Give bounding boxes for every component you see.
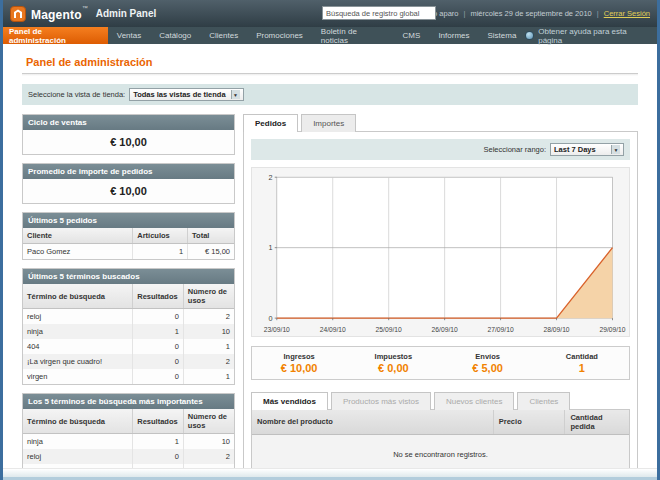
- tab-new-customers[interactable]: Nuevos clientes: [434, 392, 514, 410]
- column-header: Total: [188, 228, 234, 244]
- store-view-label: Seleccione la vista de tienda:: [28, 90, 125, 99]
- svg-text:24/09/10: 24/09/10: [320, 326, 346, 333]
- nav-item-customers[interactable]: Clientes: [200, 27, 247, 44]
- table-row[interactable]: ¡La virgen que cuadro! 0 2: [23, 354, 234, 369]
- column-header: Nombre del producto: [252, 410, 493, 435]
- separator: |: [597, 9, 599, 18]
- svg-text:1: 1: [269, 243, 273, 252]
- card-title: Ciclo de ventas: [23, 115, 234, 130]
- top-search-terms-card: Los 5 términos de búsqueda más important…: [22, 393, 235, 480]
- global-search-input[interactable]: [322, 6, 436, 20]
- products-section: Más vendidos Productos más vistos Nuevos…: [251, 392, 630, 478]
- column-header: Resultados: [133, 409, 184, 434]
- dashboard-right-column: Pedidos Importes Seleccionar rango: Last…: [243, 114, 638, 480]
- last-orders-table: Cliente Artículos Total Paco Gomez 1 € 1…: [23, 228, 234, 259]
- card-title: Últimos 5 pedidos: [23, 213, 234, 228]
- footer-strip: [0, 468, 660, 480]
- brand-name: Magento™: [31, 5, 88, 23]
- table-row[interactable]: ninja 1 10: [23, 324, 234, 339]
- tab-customers[interactable]: Clientes: [517, 392, 570, 410]
- lifetime-sales-value: € 10,00: [23, 130, 234, 154]
- column-header: Término de búsqueda: [23, 284, 133, 309]
- help-globe-icon: [525, 31, 534, 40]
- title-divider: [22, 73, 638, 76]
- nav-item-catalog[interactable]: Catálogo: [150, 27, 200, 44]
- page-content: Panel de administración Seleccione la vi…: [0, 44, 660, 480]
- totals-row: Ingresos € 10,00 Impuestos € 0,00 Envíos…: [251, 346, 630, 380]
- products-tabs: Más vendidos Productos más vistos Nuevos…: [251, 392, 630, 410]
- nav-item-cms[interactable]: CMS: [394, 27, 430, 44]
- brand-suffix: Admin Panel: [96, 8, 157, 19]
- column-header: Resultados: [133, 284, 184, 309]
- current-date: miércoles 29 de septiembre de 2010: [470, 9, 591, 18]
- table-row[interactable]: reloj 0 2: [23, 449, 234, 464]
- stat-quantity: Cantidad 1: [535, 352, 629, 374]
- chart-panel: Seleccionar rango: Last 7 Days ▼ 01223/0…: [243, 131, 638, 480]
- svg-text:23/09/10: 23/09/10: [264, 326, 290, 333]
- tab-amounts[interactable]: Importes: [301, 114, 356, 132]
- magento-logo-icon: [10, 6, 26, 22]
- range-label: Seleccionar rango:: [483, 145, 546, 154]
- svg-text:2: 2: [269, 173, 273, 182]
- chart-tabs: Pedidos Importes: [243, 114, 638, 132]
- stat-shipping: Envíos € 5,00: [441, 352, 535, 374]
- store-view-bar: Seleccione la vista de tienda: Todas las…: [22, 84, 638, 105]
- svg-text:29/09/10: 29/09/10: [599, 326, 625, 333]
- lifetime-sales-card: Ciclo de ventas € 10,00: [22, 114, 235, 155]
- table-row[interactable]: virgen 0 1: [23, 369, 234, 384]
- tab-most-viewed[interactable]: Productos más vistos: [331, 392, 431, 410]
- stat-tax: Impuestos € 0,00: [346, 352, 440, 374]
- svg-text:0: 0: [269, 314, 273, 323]
- tab-bestsellers[interactable]: Más vendidos: [251, 392, 328, 410]
- last-orders-card: Últimos 5 pedidos Cliente Artículos Tota…: [22, 212, 235, 260]
- nav-item-reports[interactable]: Informes: [429, 27, 478, 44]
- app-header: Magento™ Admin Panel Accedió como aparo …: [0, 0, 660, 27]
- chevron-down-icon: ▼: [611, 145, 620, 154]
- range-select[interactable]: Last 7 Days ▼: [550, 143, 624, 156]
- svg-text:25/09/10: 25/09/10: [376, 326, 402, 333]
- svg-text:27/09/10: 27/09/10: [488, 326, 514, 333]
- average-orders-card: Promedio de importe de pedidos € 10,00: [22, 163, 235, 204]
- orders-chart: 01223/09/1024/09/1025/09/1026/09/1027/09…: [251, 167, 630, 337]
- magento-logo: Magento™ Admin Panel: [10, 5, 156, 23]
- dashboard-left-column: Ciclo de ventas € 10,00 Promedio de impo…: [22, 114, 235, 480]
- main-nav: Panel de administración Ventas Catálogo …: [0, 27, 660, 44]
- svg-text:26/09/10: 26/09/10: [432, 326, 458, 333]
- chevron-down-icon: ▼: [231, 90, 240, 99]
- card-title: Promedio de importe de pedidos: [23, 164, 234, 179]
- column-header: Cantidad pedida: [565, 410, 629, 435]
- range-bar: Seleccionar rango: Last 7 Days ▼: [251, 139, 630, 160]
- column-header: Número de usos: [183, 284, 234, 309]
- page-help-link[interactable]: Obtener ayuda para esta página: [525, 27, 660, 44]
- column-header: Artículos: [133, 228, 188, 244]
- store-view-select[interactable]: Todas las vistas de tienda ▼: [129, 88, 243, 101]
- page-title: Panel de administración: [26, 56, 638, 68]
- last-search-terms-card: Últimos 5 términos buscados Término de b…: [22, 268, 235, 385]
- stat-revenue: Ingresos € 10,00: [252, 352, 346, 374]
- column-header: Número de usos: [183, 409, 234, 434]
- logout-link[interactable]: Cerrar Sesión: [604, 9, 650, 18]
- orders-area-chart: 01223/09/1024/09/1025/09/1026/09/1027/09…: [254, 171, 627, 335]
- nav-item-newsletter[interactable]: Boletín de noticias: [312, 27, 394, 44]
- nav-item-sales[interactable]: Ventas: [108, 27, 150, 44]
- tab-orders[interactable]: Pedidos: [243, 114, 298, 132]
- average-orders-value: € 10,00: [23, 179, 234, 203]
- svg-text:28/09/10: 28/09/10: [543, 326, 569, 333]
- nav-item-dashboard[interactable]: Panel de administración: [0, 27, 108, 44]
- nav-item-system[interactable]: Sistema: [479, 27, 526, 44]
- table-row[interactable]: reloj 0 2: [23, 309, 234, 325]
- bestsellers-table: Nombre del producto Precio Cantidad pedi…: [252, 410, 629, 435]
- card-title: Los 5 términos de búsqueda más important…: [23, 394, 234, 409]
- card-title: Últimos 5 términos buscados: [23, 269, 234, 284]
- last-search-terms-table: Término de búsqueda Resultados Número de…: [23, 284, 234, 384]
- table-row[interactable]: ninja 1 10: [23, 434, 234, 450]
- column-header: Precio: [493, 410, 565, 435]
- column-header: Término de búsqueda: [23, 409, 133, 434]
- nav-item-promotions[interactable]: Promociones: [247, 27, 312, 44]
- table-row[interactable]: Paco Gomez 1 € 15,00: [23, 244, 234, 260]
- table-row[interactable]: 404 0 1: [23, 339, 234, 354]
- help-label: Obtener ayuda para esta página: [538, 27, 650, 45]
- separator: |: [463, 9, 465, 18]
- column-header: Cliente: [23, 228, 133, 244]
